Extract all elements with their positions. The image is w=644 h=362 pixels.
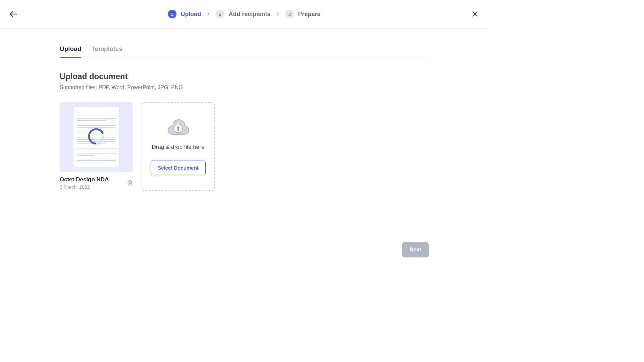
header: 1 Upload 2 Add recipients 3 Prepare — [0, 0, 488, 28]
step-label: Add recipients — [228, 11, 270, 18]
loading-spinner-icon — [87, 127, 105, 147]
trash-icon — [127, 180, 133, 186]
tabs: Upload Templates — [60, 45, 429, 58]
back-button[interactable] — [7, 7, 20, 21]
tab-upload[interactable]: Upload — [60, 45, 81, 58]
stepper: 1 Upload 2 Add recipients 3 Prepare — [168, 10, 320, 18]
next-button[interactable]: Next — [402, 242, 429, 257]
svg-point-4 — [88, 128, 105, 144]
step-label: Upload — [180, 11, 201, 18]
tab-templates[interactable]: Templates — [91, 45, 122, 58]
step-label: Prepare — [298, 11, 320, 18]
step-number: 1 — [168, 10, 176, 18]
document-preview — [60, 102, 133, 172]
dropzone[interactable]: Drag & drop file here Select Document — [142, 102, 215, 191]
arrow-left-icon — [9, 9, 18, 19]
delete-button[interactable] — [127, 176, 133, 187]
step-number: 3 — [285, 10, 294, 18]
main-content: Upload Templates Upload document Support… — [0, 28, 488, 191]
chevron-right-icon — [275, 11, 280, 17]
cards-row: Octet Design NDA 3 March, 2022 — [60, 102, 429, 191]
select-document-button[interactable]: Select Document — [151, 161, 206, 175]
document-card[interactable]: Octet Design NDA 3 March, 2022 — [60, 102, 133, 191]
step-prepare[interactable]: 3 Prepare — [285, 10, 320, 18]
document-date: 3 March, 2022 — [60, 184, 109, 190]
cloud-upload-icon — [166, 118, 190, 137]
step-add-recipients[interactable]: 2 Add recipients — [216, 10, 270, 18]
step-upload[interactable]: 1 Upload — [168, 10, 201, 18]
document-title: Octet Design NDA — [60, 176, 109, 183]
close-icon — [471, 10, 479, 18]
dropzone-text: Drag & drop file here — [152, 144, 205, 150]
step-number: 2 — [216, 10, 224, 18]
section-title: Upload document — [60, 72, 429, 81]
section-subtitle: Supported files: PDF, Word, PowerPoint, … — [60, 84, 429, 90]
close-button[interactable] — [468, 7, 482, 21]
document-info: Octet Design NDA 3 March, 2022 — [60, 176, 133, 190]
chevron-right-icon — [206, 11, 211, 17]
